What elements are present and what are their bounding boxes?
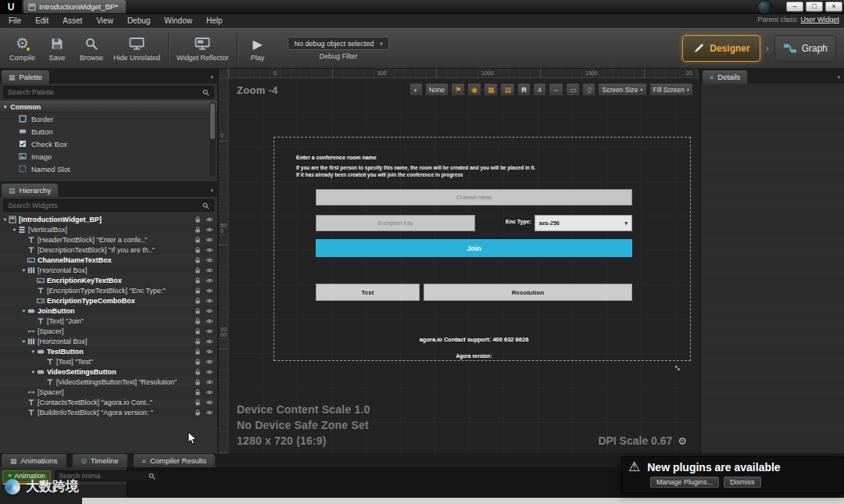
hierarchy-tab[interactable]: ▤ Hierarchy xyxy=(2,184,58,197)
minimize-button[interactable]: – xyxy=(786,2,803,12)
designer-mode-button[interactable]: Designer xyxy=(682,35,760,62)
hierarchy-row[interactable]: [DescriptionTextBlock] "If you are th.." xyxy=(0,245,217,255)
hierarchy-row[interactable]: [ContactsTextBlock] "agora.io Cont.." xyxy=(0,397,217,407)
manage-plugins-button[interactable]: Manage Plugins... xyxy=(650,477,719,488)
eye-icon[interactable] xyxy=(206,338,213,345)
resolution-button[interactable]: Resolution xyxy=(424,284,632,301)
lock-icon[interactable] xyxy=(194,358,202,366)
lock-icon[interactable] xyxy=(194,226,202,234)
lock-icon[interactable] xyxy=(194,348,202,356)
hierarchy-row[interactable]: [HeaderTextBlock] "Enter a confe.." xyxy=(0,234,217,245)
browse-button[interactable]: Browse xyxy=(74,30,109,66)
panel-menu-caret-icon[interactable]: ▾ xyxy=(210,188,213,194)
lock-icon[interactable] xyxy=(194,399,202,406)
widget-reflector-button[interactable]: Widget Reflector xyxy=(172,30,234,66)
lock-icon[interactable] xyxy=(194,297,202,305)
menu-item-window[interactable]: Window xyxy=(157,14,199,28)
eye-icon[interactable] xyxy=(206,236,213,244)
fill-screen-dropdown[interactable]: Fill Screen▾ xyxy=(649,83,693,96)
menu-item-view[interactable]: View xyxy=(89,14,120,28)
hierarchy-row[interactable]: [EncriptionTypeTextBlock] "Enc Type:" xyxy=(0,285,217,295)
hierarchy-row[interactable]: ▾[Horizontal Box] xyxy=(0,336,217,346)
resize-handle-icon[interactable]: ↔ xyxy=(671,359,687,375)
panel-menu-caret-icon[interactable]: ▾ xyxy=(210,74,213,80)
canvas-desc-line2[interactable]: If it has already been created you will … xyxy=(296,172,463,177)
play-button[interactable]: ▶ Play xyxy=(241,30,275,66)
encription-key-textbox[interactable]: Encription Key xyxy=(316,215,475,231)
join-button[interactable]: Join xyxy=(316,239,632,257)
lock-icon[interactable] xyxy=(194,266,202,274)
hierarchy-row[interactable]: ▾[VerticalBox] xyxy=(0,224,217,234)
portrait-preview-button[interactable]: ▯ xyxy=(582,83,595,96)
eye-icon[interactable] xyxy=(206,297,213,305)
design-surface[interactable]: Zoom -4 ◐ None ⚑ ◉ ▦ ▤ R 4 ⇔ ▭ ▯ Screen … xyxy=(228,78,699,453)
channel-name-textbox[interactable]: Channel name xyxy=(316,189,632,206)
eye-icon[interactable] xyxy=(206,317,213,325)
palette-item[interactable]: Named Slot xyxy=(0,163,217,175)
eye-icon[interactable] xyxy=(206,388,213,396)
lock-icon[interactable] xyxy=(194,338,202,345)
hierarchy-row[interactable]: ▾VideoSettingsButton xyxy=(0,366,217,377)
eye-icon[interactable] xyxy=(206,409,213,416)
outline-toggle-button[interactable]: ▤ xyxy=(500,83,515,96)
palette-item[interactable]: Check Box xyxy=(0,138,217,150)
grid-toggle-button[interactable]: ▦ xyxy=(484,83,499,96)
asset-tab[interactable]: IntroductionWidget_BP* xyxy=(23,0,126,13)
lock-icon[interactable] xyxy=(194,368,202,376)
palette-item[interactable]: Border xyxy=(0,113,217,125)
flag-toggle-button[interactable]: ⚑ xyxy=(451,83,465,96)
menu-item-help[interactable]: Help xyxy=(199,14,230,28)
hide-unrelated-button[interactable]: Hide Unrelated xyxy=(109,30,165,66)
screen-size-dropdown[interactable]: Screen Size▾ xyxy=(598,83,646,96)
lock-icon[interactable] xyxy=(194,277,202,284)
hierarchy-row[interactable]: [BuildInfoTextBlock] "Agora version: " xyxy=(0,407,217,417)
preview-language-dropdown[interactable]: None xyxy=(425,83,449,96)
expand-arrow-icon[interactable]: ▾ xyxy=(2,216,9,223)
hierarchy-row[interactable]: ▾JoinButton xyxy=(0,306,217,316)
snap-rotation-button[interactable]: R xyxy=(517,83,531,96)
graph-mode-button[interactable]: Graph xyxy=(774,35,836,62)
hierarchy-row[interactable]: [Spacer] xyxy=(0,326,217,336)
palette-item[interactable]: Image xyxy=(0,150,217,163)
expand-arrow-icon[interactable]: ▾ xyxy=(30,349,37,355)
palette-search[interactable] xyxy=(3,86,214,98)
lock-icon[interactable] xyxy=(194,256,202,264)
lock-icon[interactable] xyxy=(194,388,202,396)
menu-item-asset[interactable]: Asset xyxy=(55,14,89,28)
eye-icon[interactable] xyxy=(206,327,213,335)
parent-class-link[interactable]: User Widget xyxy=(800,16,839,23)
palette-search-input[interactable] xyxy=(8,88,199,96)
lock-icon[interactable] xyxy=(194,378,202,386)
maximize-button[interactable]: □ xyxy=(806,2,823,12)
eye-icon[interactable] xyxy=(206,226,213,234)
tab-compiler-results[interactable]: ≡Compiler Results xyxy=(134,454,216,467)
lock-icon[interactable] xyxy=(194,307,202,315)
menu-item-file[interactable]: File xyxy=(2,14,28,28)
palette-scrollbar[interactable] xyxy=(209,102,216,177)
eye-icon[interactable] xyxy=(206,216,213,223)
palette-section-common[interactable]: ▾ Common xyxy=(0,101,217,113)
dismiss-button[interactable]: Dismiss xyxy=(724,477,761,488)
tab-animations[interactable]: ▦Animations xyxy=(2,454,66,467)
lock-icon[interactable] xyxy=(194,317,202,325)
dpi-gear-icon[interactable]: ⚙ xyxy=(678,435,687,447)
eye-icon[interactable] xyxy=(206,266,213,274)
tab-timeline[interactable]: ⊙Timeline xyxy=(73,454,127,467)
eye-icon[interactable] xyxy=(206,368,213,376)
landscape-preview-button[interactable]: ▭ xyxy=(566,83,581,96)
expand-arrow-icon[interactable]: ▾ xyxy=(20,308,27,314)
lock-icon[interactable] xyxy=(194,287,202,295)
hierarchy-search[interactable] xyxy=(3,199,214,212)
eye-icon[interactable] xyxy=(206,307,213,315)
dpi-scale[interactable]: DPI Scale 0.67 ⚙ xyxy=(598,434,687,447)
expand-arrow-icon[interactable]: ▾ xyxy=(11,227,18,233)
hierarchy-search-input[interactable] xyxy=(8,202,199,209)
eye-icon[interactable] xyxy=(206,399,213,406)
hierarchy-row[interactable]: ▾[Horizontal Box] xyxy=(0,265,217,275)
scrollbar-thumb[interactable] xyxy=(210,103,215,139)
selected-widget-outline[interactable]: Enter a conference room name If you are … xyxy=(274,137,691,361)
eye-icon[interactable] xyxy=(206,358,213,366)
zoom-to-fit-button[interactable]: ⇔ xyxy=(549,83,563,96)
eye-icon[interactable] xyxy=(206,378,213,386)
palette-item[interactable]: Button xyxy=(0,125,217,138)
